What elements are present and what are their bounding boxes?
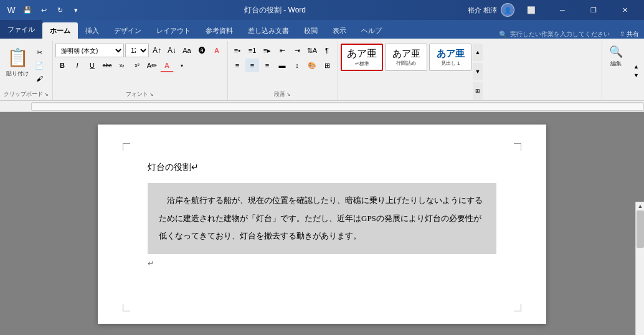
align-left-button[interactable]: ≡ bbox=[230, 59, 244, 72]
styles-scroll-up[interactable]: ▲ bbox=[473, 44, 483, 61]
style-tight-spacing[interactable]: あア亜 行間詰め bbox=[385, 44, 427, 71]
scroll-thumb[interactable] bbox=[637, 210, 644, 248]
multilevel-list-button[interactable]: ≡▸ bbox=[260, 44, 274, 57]
close-button[interactable]: ✕ bbox=[610, 0, 639, 20]
find-button[interactable]: 🔍 編集 bbox=[605, 44, 627, 68]
ribbon-scroll-up[interactable]: ▲ bbox=[632, 62, 640, 71]
line-spacing-button[interactable]: ↕ bbox=[290, 59, 304, 72]
vertical-scrollbar[interactable]: ▲ ▼ bbox=[635, 202, 644, 335]
editing-label: 編集 bbox=[610, 60, 622, 68]
document-page: 灯台の役割↵ 沿岸を航行する船が、現在の位置を確認したり、暗礁に乗り上げたりしな… bbox=[98, 125, 546, 324]
paragraph-expand-icon[interactable]: ↘ bbox=[286, 92, 291, 97]
tab-insert[interactable]: 挿入 bbox=[78, 22, 107, 39]
styles-scroll: ▲ ▼ ⊞ bbox=[473, 44, 483, 100]
decrease-indent-button[interactable]: ⇤ bbox=[275, 44, 289, 57]
tab-view[interactable]: 表示 bbox=[325, 22, 354, 39]
change-case-button[interactable]: Aa bbox=[180, 44, 194, 57]
shading-button[interactable]: 🎨 bbox=[305, 59, 319, 72]
increase-indent-button[interactable]: ⇥ bbox=[290, 44, 304, 57]
document-heading[interactable]: 灯台の役割↵ bbox=[148, 162, 496, 173]
scroll-up-arrow[interactable]: ▲ bbox=[636, 202, 644, 210]
app-icon: W bbox=[5, 4, 17, 16]
document-title: 灯台の役割 - Word bbox=[82, 5, 468, 16]
quick-access-more[interactable]: ▾ bbox=[70, 4, 82, 16]
undo-button[interactable]: ↩ bbox=[37, 4, 50, 16]
style-normal-text: あア亜 bbox=[347, 47, 377, 60]
document-area[interactable]: 灯台の役割↵ 沿岸を航行する船が、現在の位置を確認したり、暗礁に乗り上げたりしな… bbox=[0, 112, 644, 335]
ribbon-scroll-down[interactable]: ▼ bbox=[632, 71, 640, 80]
document-body[interactable]: 沿岸を航行する船が、現在の位置を確認したり、暗礁に乗り上げたりしないようにするた… bbox=[148, 183, 496, 254]
scroll-track[interactable] bbox=[636, 210, 644, 335]
subscript-button[interactable]: x₂ bbox=[115, 59, 129, 72]
tab-file[interactable]: ファイル bbox=[0, 20, 42, 39]
search-icon: 🔍 bbox=[609, 45, 623, 59]
tab-layout[interactable]: レイアウト bbox=[149, 22, 198, 39]
editing-group: 🔍 編集 bbox=[602, 41, 630, 100]
align-center-button[interactable]: ≡ bbox=[245, 59, 259, 72]
font-size-select[interactable]: 12 bbox=[125, 44, 149, 57]
superscript-button[interactable]: x² bbox=[130, 59, 144, 72]
share-button[interactable]: ⇧ 共有 bbox=[620, 30, 639, 39]
font-color-expand[interactable]: ▾ bbox=[175, 59, 189, 72]
tab-help[interactable]: ヘルプ bbox=[354, 22, 389, 39]
format-painter-button[interactable]: 🖌 bbox=[32, 72, 46, 85]
styles-expand[interactable]: ⊞ bbox=[473, 82, 483, 100]
text-highlight-button[interactable]: A✏ bbox=[145, 59, 159, 72]
font-name-row: 游明朝 (本文) 12 A↑ A↓ Aa 🅐 A bbox=[55, 44, 224, 57]
redo-button[interactable]: ↻ bbox=[54, 4, 66, 16]
font-color-button[interactable]: A bbox=[160, 59, 174, 72]
user-avatar[interactable]: 👤 bbox=[501, 3, 514, 17]
font-expand-icon[interactable]: ↘ bbox=[149, 92, 154, 97]
bold-button[interactable]: B bbox=[55, 59, 69, 72]
cut-button[interactable]: ✂ bbox=[32, 46, 46, 59]
editing-label-group bbox=[605, 97, 627, 100]
underline-button[interactable]: U bbox=[85, 59, 99, 72]
show-formatting-button[interactable]: ¶ bbox=[320, 44, 334, 57]
styles-group: あア亜 ↵標準 あア亜 行間詰め あア亜 見出し 1 ▲ bbox=[339, 41, 486, 100]
numbering-button[interactable]: ≡1 bbox=[245, 44, 259, 57]
document-end-marker: ↵ bbox=[148, 259, 496, 268]
text-color-A-button[interactable]: A bbox=[210, 44, 224, 57]
styles-scroll-down[interactable]: ▼ bbox=[473, 63, 483, 80]
paste-button[interactable]: 📋 貼り付け bbox=[4, 44, 31, 79]
ribbon-display-options[interactable]: ⬜ bbox=[517, 0, 546, 20]
paste-label: 貼り付け bbox=[6, 70, 29, 78]
corner-mark-tr bbox=[514, 143, 521, 151]
search-ribbon-placeholder[interactable]: 実行したい作業を入力してください bbox=[510, 30, 610, 39]
clipboard-group-content: 📋 貼り付け ✂ 📄 🖌 bbox=[4, 41, 49, 89]
restore-button[interactable]: ❐ bbox=[579, 0, 608, 20]
copy-button[interactable]: 📄 bbox=[32, 59, 46, 72]
tab-review[interactable]: 校閲 bbox=[296, 22, 325, 39]
ribbon-spacer bbox=[488, 41, 600, 100]
tab-references[interactable]: 参考資料 bbox=[198, 22, 240, 39]
increase-font-size-button[interactable]: A↑ bbox=[150, 44, 164, 57]
clipboard-expand-icon[interactable]: ↘ bbox=[44, 92, 49, 97]
align-right-button[interactable]: ≡ bbox=[260, 59, 274, 72]
save-button[interactable]: 💾 bbox=[21, 4, 34, 16]
minimize-button[interactable]: ─ bbox=[548, 0, 577, 20]
font-name-select[interactable]: 游明朝 (本文) bbox=[55, 44, 124, 57]
paragraph-group: ≡• ≡1 ≡▸ ⇤ ⇥ ⇅A ¶ ≡ ≡ ≡ ▬ ↕ 🎨 ⊞ bbox=[229, 41, 338, 100]
clipboard-group: 📋 貼り付け ✂ 📄 🖌 クリップボード ↘ bbox=[2, 41, 53, 100]
italic-button[interactable]: I bbox=[70, 59, 84, 72]
tab-mailings[interactable]: 差し込み文書 bbox=[240, 22, 296, 39]
ribbon-scroll: ▲ ▼ bbox=[631, 41, 642, 100]
clear-formatting-button[interactable]: 🅐 bbox=[195, 44, 209, 57]
sort-button[interactable]: ⇅A bbox=[305, 44, 319, 57]
paragraph-group-content: ≡• ≡1 ≡▸ ⇤ ⇥ ⇅A ¶ ≡ ≡ ≡ ▬ ↕ 🎨 ⊞ bbox=[230, 41, 334, 89]
style-normal[interactable]: あア亜 ↵標準 bbox=[341, 44, 383, 71]
borders-button[interactable]: ⊞ bbox=[320, 59, 334, 72]
strikethrough-button[interactable]: abc bbox=[100, 59, 114, 72]
ribbon-tab-bar: ファイル ホーム 挿入 デザイン レイアウト 参考資料 差し込み文書 校閲 表示… bbox=[0, 20, 644, 39]
tab-design[interactable]: デザイン bbox=[107, 22, 149, 39]
style-heading1[interactable]: あア亜 見出し 1 bbox=[429, 44, 471, 71]
ruler-scale bbox=[31, 102, 644, 111]
search-ribbon-icon[interactable]: 🔍 bbox=[499, 31, 508, 39]
decrease-font-size-button[interactable]: A↓ bbox=[165, 44, 179, 57]
font-group: 游明朝 (本文) 12 A↑ A↓ Aa 🅐 A B I U abc x bbox=[54, 41, 228, 100]
tab-home[interactable]: ホーム bbox=[42, 22, 78, 39]
bullets-button[interactable]: ≡• bbox=[230, 44, 244, 57]
style-normal-sub: ↵標準 bbox=[355, 60, 369, 67]
font-format-row: B I U abc x₂ x² A✏ A ▾ bbox=[55, 59, 224, 72]
justify-button[interactable]: ▬ bbox=[275, 59, 289, 72]
